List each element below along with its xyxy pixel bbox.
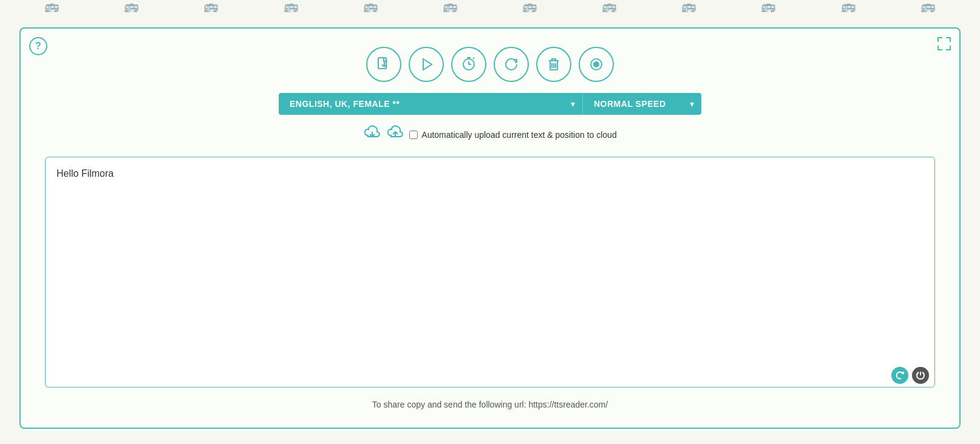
deco-icon-10: 🚌 xyxy=(761,0,776,12)
timer-button[interactable] xyxy=(451,47,486,82)
power-button[interactable] xyxy=(912,367,929,384)
deco-icon-8: 🚌 xyxy=(602,0,617,12)
top-decoration: 🚌 🚌 🚌 🚌 🚌 🚌 🚌 🚌 🚌 🚌 🚌 🚌 xyxy=(0,0,980,12)
deco-icon-2: 🚌 xyxy=(124,0,139,12)
deco-icon-9: 🚌 xyxy=(681,0,696,12)
cloud-upload-icon[interactable] xyxy=(386,123,404,146)
main-panel: ? xyxy=(19,27,961,429)
deco-icon-12: 🚌 xyxy=(920,0,936,12)
speed-select-wrapper[interactable]: NORMAL SPEED SLOW SPEED FAST SPEED VERY … xyxy=(582,93,701,115)
svg-point-12 xyxy=(594,62,599,67)
reload-icon xyxy=(503,56,519,72)
import-file-button[interactable] xyxy=(366,47,401,82)
play-icon xyxy=(418,56,434,72)
record-icon xyxy=(588,56,604,72)
deco-icon-6: 🚌 xyxy=(443,0,458,12)
voice-select-wrapper[interactable]: ENGLISH, UK, FEMALE ** ENGLISH, US, MALE… xyxy=(279,93,582,115)
cloud-row: Automatically upload current text & posi… xyxy=(45,123,935,146)
dropdowns-row: ENGLISH, UK, FEMALE ** ENGLISH, US, MALE… xyxy=(45,93,935,115)
text-area-wrapper: Hello Filmora xyxy=(45,157,935,390)
speed-select[interactable]: NORMAL SPEED SLOW SPEED FAST SPEED VERY … xyxy=(582,93,701,115)
expand-icon xyxy=(937,37,951,50)
toolbar xyxy=(45,47,935,82)
deco-icon-7: 🚌 xyxy=(522,0,537,12)
svg-marker-4 xyxy=(423,59,432,70)
refresh-icon xyxy=(895,371,905,380)
expand-button[interactable] xyxy=(937,37,951,53)
delete-button[interactable] xyxy=(536,47,571,82)
play-button[interactable] xyxy=(409,47,444,82)
deco-icon-1: 🚌 xyxy=(44,0,60,12)
reload-button[interactable] xyxy=(494,47,529,82)
help-button[interactable]: ? xyxy=(29,37,47,55)
deco-icon-11: 🚌 xyxy=(841,0,856,12)
trash-icon xyxy=(546,56,562,72)
page-wrapper: 🚌 🚌 🚌 🚌 🚌 🚌 🚌 🚌 🚌 🚌 🚌 🚌 ? xyxy=(0,0,980,444)
cloud-download-icon[interactable] xyxy=(363,123,381,146)
main-textarea[interactable]: Hello Filmora xyxy=(45,157,935,388)
timer-icon xyxy=(461,56,477,72)
footer: To share copy and send the following url… xyxy=(45,400,935,409)
record-button[interactable] xyxy=(579,47,614,82)
auto-upload-label[interactable]: Automatically upload current text & posi… xyxy=(409,130,616,140)
auto-upload-text: Automatically upload current text & posi… xyxy=(421,130,616,140)
deco-icon-3: 🚌 xyxy=(203,0,219,12)
deco-icon-4: 🚌 xyxy=(284,0,299,12)
deco-icon-5: 🚌 xyxy=(363,0,378,12)
auto-upload-checkbox[interactable] xyxy=(409,131,418,139)
refresh-button[interactable] xyxy=(891,367,908,384)
textarea-corner-icons xyxy=(891,367,929,384)
power-icon xyxy=(916,371,925,380)
voice-select[interactable]: ENGLISH, UK, FEMALE ** ENGLISH, US, MALE… xyxy=(279,93,582,115)
import-icon xyxy=(376,56,392,72)
footer-text: To share copy and send the following url… xyxy=(372,400,608,409)
